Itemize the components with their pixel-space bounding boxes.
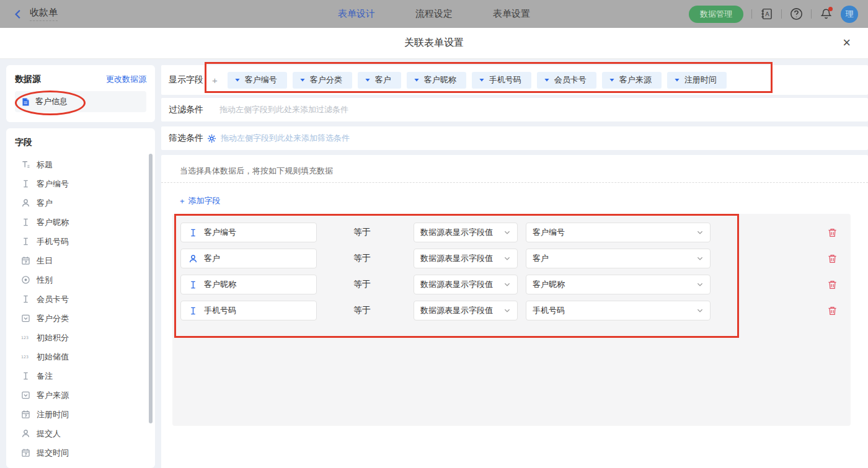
rule-value-value: 客户 bbox=[533, 253, 549, 264]
add-field-button[interactable]: + 添加字段 bbox=[161, 183, 868, 206]
calendar-icon bbox=[21, 256, 30, 265]
filter-dropzone[interactable]: 拖动左侧字段到此处来添加过滤条件 bbox=[219, 104, 348, 115]
field-list-item-label: 会员卡号 bbox=[37, 294, 69, 305]
datasource-panel: 数据源 更改数据源 客户信息 bbox=[6, 65, 155, 122]
delete-rule-icon[interactable] bbox=[827, 280, 838, 290]
delete-rule-icon[interactable] bbox=[827, 306, 838, 316]
rule-source-select[interactable]: 数据源表显示字段值 bbox=[414, 301, 518, 320]
display-field-tag[interactable]: 客户分类 bbox=[293, 72, 352, 89]
field-list-item[interactable]: 生日 bbox=[15, 251, 155, 270]
change-datasource-link[interactable]: 更改数据源 bbox=[106, 74, 146, 85]
modal-body: 数据源 更改数据源 客户信息 字段 标题 客户编号 bbox=[0, 59, 868, 468]
rule-value-value: 客户昵称 bbox=[533, 279, 565, 290]
display-field-tag[interactable]: 客户来源 bbox=[602, 72, 662, 89]
fill-rules-section: 当选择具体数据后，将按如下规则填充数据 + 添加字段 客户编号 等于 数据源表显… bbox=[161, 155, 868, 468]
display-field-tag[interactable]: 注册时间 bbox=[667, 72, 727, 89]
rule-target-field[interactable]: 手机号码 bbox=[180, 301, 317, 320]
topbar-tab[interactable]: 流程设定 bbox=[415, 8, 453, 20]
field-list-item-label: 客户来源 bbox=[37, 390, 69, 401]
text-icon bbox=[21, 371, 30, 381]
rule-value-select[interactable]: 客户编号 bbox=[526, 223, 711, 242]
text-icon bbox=[188, 228, 198, 237]
help-icon[interactable] bbox=[790, 7, 803, 20]
display-field-tag-label: 客户昵称 bbox=[424, 74, 456, 86]
field-list-item[interactable]: 标题 bbox=[15, 155, 155, 174]
display-field-tag[interactable]: 客户编号 bbox=[228, 72, 287, 89]
rule-source-select[interactable]: 数据源表显示字段值 bbox=[414, 223, 518, 242]
svg-text:123: 123 bbox=[21, 355, 29, 359]
field-list-item[interactable]: 客户来源 bbox=[15, 386, 155, 405]
display-field-tag[interactable]: 手机号码 bbox=[472, 72, 531, 89]
display-field-tag[interactable]: 客户昵称 bbox=[407, 72, 466, 89]
top-app-bar: 收款单 表单设计 流程设定 表单设置 数据管理 A 理 bbox=[0, 0, 868, 28]
display-field-tag-label: 会员卡号 bbox=[554, 74, 587, 86]
text-icon bbox=[21, 294, 30, 304]
field-list-item[interactable]: 提交人 bbox=[15, 424, 155, 443]
field-list-item[interactable]: 客户昵称 bbox=[15, 213, 155, 232]
number-icon: 123 bbox=[21, 333, 30, 342]
rule-target-field[interactable]: 客户 bbox=[180, 249, 317, 268]
fill-rules-hint: 当选择具体数据后，将按如下规则填充数据 bbox=[161, 155, 868, 183]
fields-title: 字段 bbox=[15, 137, 32, 147]
display-field-tag-label: 客户 bbox=[375, 74, 391, 86]
modal-title: 关联表单设置 bbox=[404, 37, 464, 50]
notification-bell-icon[interactable] bbox=[820, 7, 833, 20]
avatar[interactable]: 理 bbox=[841, 6, 858, 23]
sift-condition-label: 筛选条件 bbox=[169, 133, 203, 144]
rule-row: 手机号码 等于 数据源表显示字段值 手机号码 bbox=[180, 301, 851, 320]
plus-icon: + bbox=[180, 196, 185, 206]
rule-row: 客户编号 等于 数据源表显示字段值 客户编号 bbox=[180, 223, 851, 242]
rule-target-field[interactable]: 客户编号 bbox=[180, 223, 317, 242]
field-list-item-label: 手机号码 bbox=[37, 236, 69, 247]
display-fields-label: 显示字段 bbox=[169, 74, 203, 86]
rule-source-select[interactable]: 数据源表显示字段值 bbox=[414, 249, 518, 268]
display-fields-section: 显示字段 + 客户编号 客户分类 客户 bbox=[161, 65, 868, 95]
rule-source-value: 数据源表显示字段值 bbox=[420, 279, 493, 290]
rule-value-value: 手机号码 bbox=[533, 305, 565, 316]
field-list-item[interactable]: 注册时间 bbox=[15, 405, 155, 424]
display-field-tag[interactable]: 会员卡号 bbox=[537, 72, 596, 89]
field-list-item[interactable]: 客户编号 bbox=[15, 174, 155, 193]
address-book-icon[interactable]: A bbox=[760, 7, 773, 20]
caret-down-icon bbox=[234, 77, 241, 83]
field-list-item[interactable]: 客户 bbox=[15, 193, 155, 213]
field-list-item[interactable]: 手机号码 bbox=[15, 232, 155, 251]
field-list-item[interactable]: 客户分类 bbox=[15, 309, 155, 328]
display-field-tag[interactable]: 客户 bbox=[358, 72, 401, 89]
rule-row: 客户昵称 等于 数据源表显示字段值 客户昵称 bbox=[180, 275, 851, 294]
close-icon[interactable]: × bbox=[843, 34, 851, 51]
form-doc-icon bbox=[21, 97, 30, 107]
rule-source-select[interactable]: 数据源表显示字段值 bbox=[414, 275, 518, 294]
delete-rule-icon[interactable] bbox=[827, 227, 838, 238]
field-list-item-label: 初始积分 bbox=[37, 332, 69, 343]
field-list-item[interactable]: 123 初始积分 bbox=[15, 328, 155, 347]
rule-value-select[interactable]: 手机号码 bbox=[526, 301, 711, 320]
radio-icon bbox=[21, 275, 30, 285]
field-list-item[interactable]: 提交时间 bbox=[15, 443, 155, 462]
rule-value-select[interactable]: 客户昵称 bbox=[526, 275, 711, 294]
form-name[interactable]: 收款单 bbox=[30, 7, 58, 21]
field-list-item[interactable]: 备注 bbox=[15, 366, 155, 386]
sift-dropzone[interactable]: 拖动左侧字段到此处来添加筛选条件 bbox=[221, 133, 350, 144]
gear-icon[interactable] bbox=[207, 134, 216, 143]
rule-value-select[interactable]: 客户 bbox=[526, 249, 711, 268]
rule-target-field[interactable]: 客户昵称 bbox=[180, 275, 317, 294]
field-list-item[interactable]: 会员卡号 bbox=[15, 289, 155, 309]
add-display-field-button[interactable]: + bbox=[212, 75, 218, 86]
calendar-icon bbox=[21, 448, 30, 457]
datasource-item[interactable]: 客户信息 bbox=[15, 91, 146, 112]
data-manage-button[interactable]: 数据管理 bbox=[689, 6, 743, 23]
delete-rule-icon[interactable] bbox=[827, 254, 838, 264]
topbar-tab[interactable]: 表单设置 bbox=[493, 8, 530, 20]
topbar-tab[interactable]: 表单设计 bbox=[338, 8, 375, 20]
fields-scrollbar[interactable] bbox=[149, 154, 153, 423]
divider bbox=[811, 9, 812, 19]
field-list-item[interactable]: 123 初始储值 bbox=[15, 347, 155, 366]
field-list-item[interactable]: 性别 bbox=[15, 270, 155, 289]
svg-text:A: A bbox=[765, 11, 769, 17]
display-field-tag-label: 客户分类 bbox=[310, 74, 342, 86]
back-icon[interactable] bbox=[12, 9, 24, 20]
rule-value-value: 客户编号 bbox=[533, 227, 565, 238]
divider bbox=[781, 9, 782, 19]
chevron-down-icon bbox=[503, 281, 511, 288]
